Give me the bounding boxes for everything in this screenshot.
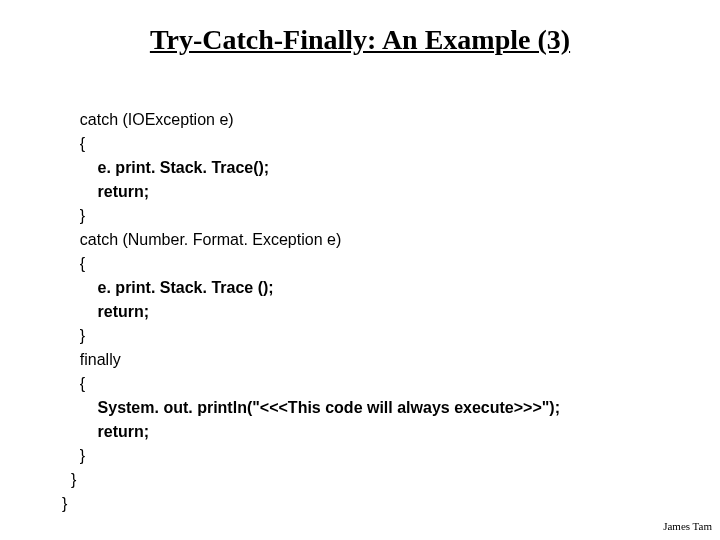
code-line: System. out. println("<<<This code will … [62,399,560,416]
code-block: catch (IOException e) { e. print. Stack.… [62,84,690,540]
code-line: } [62,327,85,344]
code-line: finally [62,351,121,368]
code-line: return; [62,303,149,320]
code-line: { [62,255,85,272]
code-line: return; [62,183,149,200]
code-line: } [62,495,67,512]
code-line: catch (Number. Format. Exception e) [62,231,341,248]
code-line: e. print. Stack. Trace (); [62,279,274,296]
code-line: { [62,375,85,392]
code-line: catch (IOException e) [62,111,234,128]
code-line: { [62,135,85,152]
code-line: } [62,447,85,464]
slide-title: Try-Catch-Finally: An Example (3) [0,24,720,56]
code-line: e. print. Stack. Trace(); [62,159,269,176]
code-line: } [62,471,76,488]
code-line: return; [62,423,149,440]
code-line: } [62,207,85,224]
slide: Try-Catch-Finally: An Example (3) catch … [0,0,720,540]
footer-author: James Tam [663,520,712,532]
